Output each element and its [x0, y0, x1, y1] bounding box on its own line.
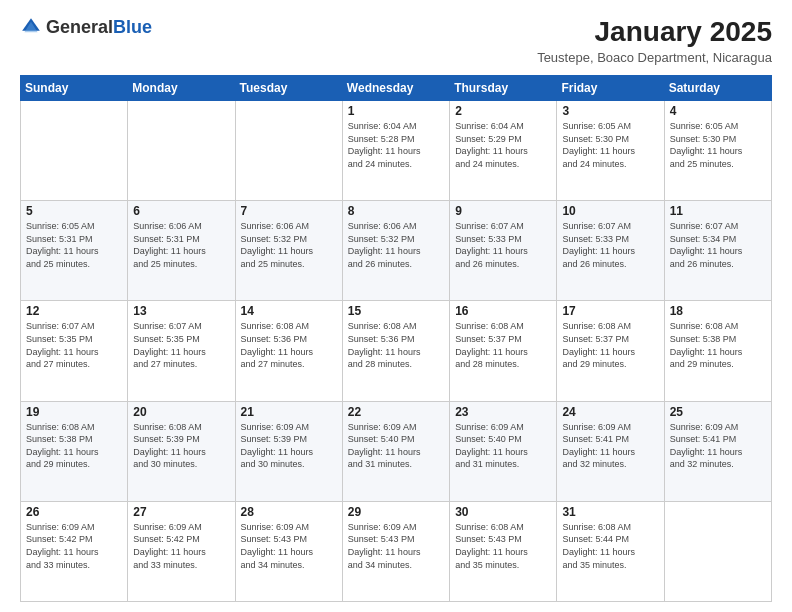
day-number: 23: [455, 405, 551, 419]
header-tuesday: Tuesday: [235, 76, 342, 101]
day-number: 8: [348, 204, 444, 218]
day-number: 22: [348, 405, 444, 419]
week-row-1: 1Sunrise: 6:04 AM Sunset: 5:28 PM Daylig…: [21, 101, 772, 201]
day-info: Sunrise: 6:08 AM Sunset: 5:43 PM Dayligh…: [455, 521, 551, 571]
day-number: 13: [133, 304, 229, 318]
day-number: 10: [562, 204, 658, 218]
header-saturday: Saturday: [664, 76, 771, 101]
table-row: 23Sunrise: 6:09 AM Sunset: 5:40 PM Dayli…: [450, 401, 557, 501]
day-number: 11: [670, 204, 766, 218]
day-info: Sunrise: 6:05 AM Sunset: 5:30 PM Dayligh…: [562, 120, 658, 170]
table-row: 29Sunrise: 6:09 AM Sunset: 5:43 PM Dayli…: [342, 501, 449, 601]
table-row: [235, 101, 342, 201]
day-number: 7: [241, 204, 337, 218]
table-row: 18Sunrise: 6:08 AM Sunset: 5:38 PM Dayli…: [664, 301, 771, 401]
day-number: 24: [562, 405, 658, 419]
day-number: 21: [241, 405, 337, 419]
table-row: 16Sunrise: 6:08 AM Sunset: 5:37 PM Dayli…: [450, 301, 557, 401]
day-info: Sunrise: 6:08 AM Sunset: 5:38 PM Dayligh…: [26, 421, 122, 471]
table-row: 27Sunrise: 6:09 AM Sunset: 5:42 PM Dayli…: [128, 501, 235, 601]
day-info: Sunrise: 6:06 AM Sunset: 5:32 PM Dayligh…: [348, 220, 444, 270]
day-info: Sunrise: 6:09 AM Sunset: 5:40 PM Dayligh…: [348, 421, 444, 471]
day-number: 3: [562, 104, 658, 118]
day-info: Sunrise: 6:08 AM Sunset: 5:36 PM Dayligh…: [348, 320, 444, 370]
day-info: Sunrise: 6:07 AM Sunset: 5:35 PM Dayligh…: [26, 320, 122, 370]
table-row: 20Sunrise: 6:08 AM Sunset: 5:39 PM Dayli…: [128, 401, 235, 501]
day-info: Sunrise: 6:06 AM Sunset: 5:31 PM Dayligh…: [133, 220, 229, 270]
day-info: Sunrise: 6:09 AM Sunset: 5:43 PM Dayligh…: [241, 521, 337, 571]
table-row: 15Sunrise: 6:08 AM Sunset: 5:36 PM Dayli…: [342, 301, 449, 401]
day-number: 26: [26, 505, 122, 519]
table-row: 14Sunrise: 6:08 AM Sunset: 5:36 PM Dayli…: [235, 301, 342, 401]
day-number: 27: [133, 505, 229, 519]
table-row: 30Sunrise: 6:08 AM Sunset: 5:43 PM Dayli…: [450, 501, 557, 601]
week-row-5: 26Sunrise: 6:09 AM Sunset: 5:42 PM Dayli…: [21, 501, 772, 601]
week-row-2: 5Sunrise: 6:05 AM Sunset: 5:31 PM Daylig…: [21, 201, 772, 301]
day-number: 2: [455, 104, 551, 118]
logo: General Blue: [20, 16, 152, 38]
day-number: 5: [26, 204, 122, 218]
day-info: Sunrise: 6:09 AM Sunset: 5:41 PM Dayligh…: [562, 421, 658, 471]
day-number: 29: [348, 505, 444, 519]
table-row: 1Sunrise: 6:04 AM Sunset: 5:28 PM Daylig…: [342, 101, 449, 201]
day-info: Sunrise: 6:05 AM Sunset: 5:31 PM Dayligh…: [26, 220, 122, 270]
table-row: 26Sunrise: 6:09 AM Sunset: 5:42 PM Dayli…: [21, 501, 128, 601]
location: Teustepe, Boaco Department, Nicaragua: [537, 50, 772, 65]
day-info: Sunrise: 6:08 AM Sunset: 5:37 PM Dayligh…: [562, 320, 658, 370]
logo-text-general: General: [46, 18, 113, 36]
day-number: 17: [562, 304, 658, 318]
table-row: 19Sunrise: 6:08 AM Sunset: 5:38 PM Dayli…: [21, 401, 128, 501]
header-wednesday: Wednesday: [342, 76, 449, 101]
day-info: Sunrise: 6:09 AM Sunset: 5:41 PM Dayligh…: [670, 421, 766, 471]
day-info: Sunrise: 6:08 AM Sunset: 5:37 PM Dayligh…: [455, 320, 551, 370]
logo-text-blue: Blue: [113, 18, 152, 36]
day-number: 14: [241, 304, 337, 318]
day-number: 12: [26, 304, 122, 318]
day-info: Sunrise: 6:09 AM Sunset: 5:43 PM Dayligh…: [348, 521, 444, 571]
day-number: 30: [455, 505, 551, 519]
month-year: January 2025: [537, 16, 772, 48]
day-info: Sunrise: 6:08 AM Sunset: 5:36 PM Dayligh…: [241, 320, 337, 370]
table-row: 7Sunrise: 6:06 AM Sunset: 5:32 PM Daylig…: [235, 201, 342, 301]
day-number: 19: [26, 405, 122, 419]
day-number: 1: [348, 104, 444, 118]
day-number: 6: [133, 204, 229, 218]
table-row: [664, 501, 771, 601]
day-info: Sunrise: 6:09 AM Sunset: 5:39 PM Dayligh…: [241, 421, 337, 471]
day-info: Sunrise: 6:07 AM Sunset: 5:33 PM Dayligh…: [455, 220, 551, 270]
table-row: 28Sunrise: 6:09 AM Sunset: 5:43 PM Dayli…: [235, 501, 342, 601]
table-row: 9Sunrise: 6:07 AM Sunset: 5:33 PM Daylig…: [450, 201, 557, 301]
day-info: Sunrise: 6:08 AM Sunset: 5:44 PM Dayligh…: [562, 521, 658, 571]
week-row-3: 12Sunrise: 6:07 AM Sunset: 5:35 PM Dayli…: [21, 301, 772, 401]
day-number: 18: [670, 304, 766, 318]
day-info: Sunrise: 6:07 AM Sunset: 5:35 PM Dayligh…: [133, 320, 229, 370]
table-row: 5Sunrise: 6:05 AM Sunset: 5:31 PM Daylig…: [21, 201, 128, 301]
table-row: 8Sunrise: 6:06 AM Sunset: 5:32 PM Daylig…: [342, 201, 449, 301]
header: General Blue January 2025 Teustepe, Boac…: [20, 16, 772, 65]
day-info: Sunrise: 6:08 AM Sunset: 5:38 PM Dayligh…: [670, 320, 766, 370]
day-info: Sunrise: 6:09 AM Sunset: 5:42 PM Dayligh…: [26, 521, 122, 571]
day-number: 20: [133, 405, 229, 419]
day-number: 31: [562, 505, 658, 519]
day-info: Sunrise: 6:04 AM Sunset: 5:29 PM Dayligh…: [455, 120, 551, 170]
day-info: Sunrise: 6:05 AM Sunset: 5:30 PM Dayligh…: [670, 120, 766, 170]
header-monday: Monday: [128, 76, 235, 101]
day-number: 25: [670, 405, 766, 419]
table-row: 25Sunrise: 6:09 AM Sunset: 5:41 PM Dayli…: [664, 401, 771, 501]
page: General Blue January 2025 Teustepe, Boac…: [0, 0, 792, 612]
day-info: Sunrise: 6:07 AM Sunset: 5:34 PM Dayligh…: [670, 220, 766, 270]
day-info: Sunrise: 6:09 AM Sunset: 5:40 PM Dayligh…: [455, 421, 551, 471]
header-thursday: Thursday: [450, 76, 557, 101]
table-row: 10Sunrise: 6:07 AM Sunset: 5:33 PM Dayli…: [557, 201, 664, 301]
day-info: Sunrise: 6:04 AM Sunset: 5:28 PM Dayligh…: [348, 120, 444, 170]
day-number: 9: [455, 204, 551, 218]
table-row: 13Sunrise: 6:07 AM Sunset: 5:35 PM Dayli…: [128, 301, 235, 401]
title-section: January 2025 Teustepe, Boaco Department,…: [537, 16, 772, 65]
table-row: 31Sunrise: 6:08 AM Sunset: 5:44 PM Dayli…: [557, 501, 664, 601]
day-info: Sunrise: 6:09 AM Sunset: 5:42 PM Dayligh…: [133, 521, 229, 571]
logo-icon: [20, 16, 42, 38]
table-row: 3Sunrise: 6:05 AM Sunset: 5:30 PM Daylig…: [557, 101, 664, 201]
calendar: Sunday Monday Tuesday Wednesday Thursday…: [20, 75, 772, 602]
header-friday: Friday: [557, 76, 664, 101]
week-row-4: 19Sunrise: 6:08 AM Sunset: 5:38 PM Dayli…: [21, 401, 772, 501]
